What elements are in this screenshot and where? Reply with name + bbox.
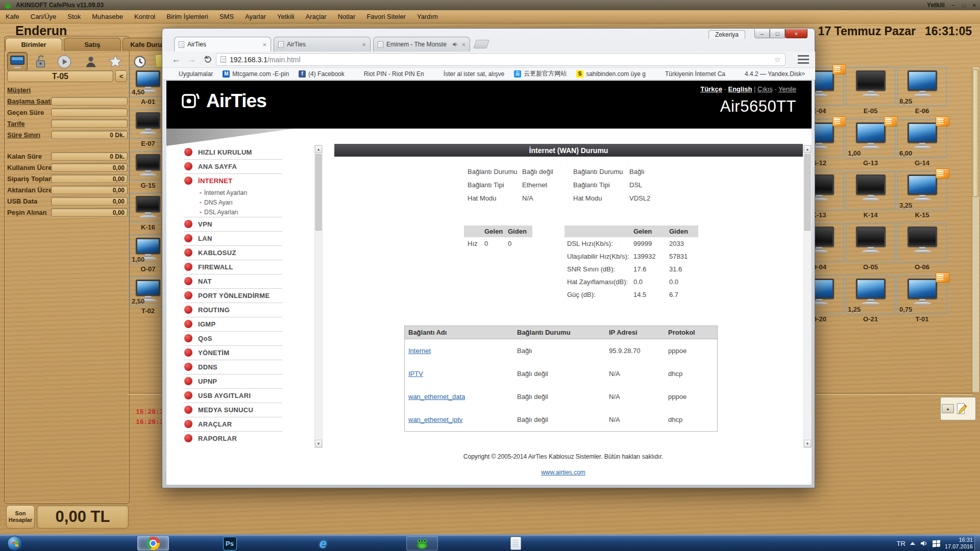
field-label[interactable]: Müşteri: [7, 86, 31, 94]
taskbar-document-button[interactable]: [500, 536, 531, 550]
unit-cell-box[interactable]: 1,00: [130, 235, 166, 264]
nav-item[interactable]: İNTERNET: [170, 173, 313, 188]
field-value[interactable]: [51, 108, 128, 117]
unit-cell-box[interactable]: 8,25: [897, 67, 947, 106]
unit-cell-box[interactable]: 4,50: [130, 67, 166, 97]
connection-name-link[interactable]: wan_ethernet_data: [408, 393, 465, 400]
address-bar[interactable]: 192.168.3.1/main.html ☆: [216, 53, 786, 66]
field-label[interactable]: Tarife: [7, 120, 24, 128]
favorites-button[interactable]: [105, 52, 126, 71]
app-close-button[interactable]: ×: [973, 2, 976, 8]
lang-turkish-link[interactable]: Türkçe: [700, 85, 722, 93]
refresh-link[interactable]: Yenile: [778, 85, 796, 93]
back-button[interactable]: ←: [169, 53, 183, 66]
browser-menu-icon[interactable]: [798, 55, 809, 64]
grid-scrollbar-thumb[interactable]: [973, 69, 978, 197]
keyboard-language[interactable]: TR: [897, 540, 905, 547]
taskbar-cafeplus-button[interactable]: [406, 536, 438, 550]
airties-website-link[interactable]: www.airties.com: [541, 469, 585, 476]
window-restore-button[interactable]: □: [770, 29, 785, 38]
nav-item[interactable]: KABLOSUZ: [170, 245, 313, 260]
nav-item[interactable]: ROUTING: [170, 303, 313, 317]
nav-item[interactable]: HIZLI KURULUM: [170, 145, 313, 159]
tray-clock[interactable]: 16:31 17.07.2016: [945, 537, 973, 550]
field-label[interactable]: USB Data: [7, 197, 37, 205]
start-button[interactable]: [7, 536, 22, 551]
unit-cell[interactable]: O-06: [896, 223, 948, 276]
field-value[interactable]: 0,00: [51, 186, 128, 194]
unit-cell-box[interactable]: 3,25: [897, 171, 947, 210]
menu-item[interactable]: Yetkili: [272, 13, 300, 20]
bookmark-item[interactable]: Riot PIN - Riot PIN En: [354, 70, 424, 78]
scroll-down-arrow[interactable]: ▼: [315, 440, 322, 447]
app-minimize-button[interactable]: –: [952, 2, 955, 8]
nav-item[interactable]: - DSL Ayarları: [170, 207, 313, 217]
window-close-button[interactable]: ×: [785, 29, 807, 38]
forward-button[interactable]: →: [184, 53, 199, 66]
last-accounts-button[interactable]: Son Hesaplar: [6, 505, 35, 529]
unit-cell-box[interactable]: 2,50: [130, 277, 166, 306]
grid-scrollbar[interactable]: [972, 67, 979, 392]
field-value[interactable]: [51, 97, 128, 106]
unlock-button[interactable]: [31, 52, 51, 71]
browser-tab[interactable]: Eminem - The Monste ×: [373, 37, 470, 52]
field-label[interactable]: Başlama Saati: [7, 97, 52, 105]
units-view-button[interactable]: [7, 52, 28, 71]
menu-item[interactable]: Kafe: [0, 13, 25, 20]
menu-item[interactable]: Yardım: [411, 13, 444, 20]
nav-item[interactable]: LAN: [170, 231, 313, 245]
menu-item[interactable]: Stok: [62, 13, 86, 20]
scrollbar-thumb[interactable]: [804, 154, 811, 231]
field-value[interactable]: 0,00: [51, 174, 128, 183]
nav-item[interactable]: FIREWALL: [170, 260, 313, 274]
bookmark-item[interactable]: M Mtcgame.com -E-pin: [223, 70, 289, 78]
menu-item[interactable]: SMS: [214, 13, 239, 20]
bookmark-item[interactable]: S sahibinden.com üye g: [576, 70, 646, 78]
scroll-up-arrow[interactable]: ▲: [315, 145, 322, 153]
cafeplus-tab[interactable]: Birimler: [5, 38, 62, 51]
field-value[interactable]: 0 Dk.: [51, 131, 128, 139]
connection-name-link[interactable]: wan_ethernet_iptv: [408, 416, 462, 423]
bookmarks-overflow-chevron[interactable]: »: [801, 69, 805, 77]
field-value[interactable]: 0 Dk.: [51, 152, 128, 161]
menu-item[interactable]: Ayarlar: [239, 13, 272, 20]
menu-item[interactable]: Kontrol: [129, 13, 161, 20]
bookmark-star-icon[interactable]: ☆: [774, 55, 781, 64]
logout-link[interactable]: Çıkış: [757, 85, 773, 93]
lang-english-link[interactable]: English: [728, 85, 752, 93]
nav-item[interactable]: QoS: [170, 331, 313, 345]
nav-item[interactable]: VPN: [170, 217, 313, 231]
field-label[interactable]: Kullanım Ücreti: [7, 164, 56, 171]
taskbar-photoshop-button[interactable]: Ps: [214, 536, 246, 550]
nav-item[interactable]: YÖNETİM: [170, 345, 313, 360]
unit-cell-box[interactable]: 1,00: [846, 119, 895, 158]
scroll-up-arrow[interactable]: ▲: [804, 145, 811, 153]
start-session-button[interactable]: [54, 52, 75, 71]
unit-cell-box[interactable]: [846, 171, 895, 210]
bookmark-item[interactable]: İster al ister sat, alışve: [434, 70, 504, 78]
new-tab-button[interactable]: [473, 40, 489, 48]
action-center-flag-icon[interactable]: [933, 540, 940, 547]
unit-cell-box[interactable]: [130, 109, 166, 139]
unit-cell-box[interactable]: 6,00: [897, 119, 947, 158]
unit-cell[interactable]: K-14: [845, 171, 896, 223]
scroll-up-button[interactable]: ▲: [942, 404, 954, 413]
unit-cell-box[interactable]: [846, 223, 895, 262]
nav-item[interactable]: MEDYA SUNUCU: [170, 403, 313, 417]
browser-tab[interactable]: AirTies ×: [274, 37, 371, 52]
unit-cell-box[interactable]: [130, 151, 166, 181]
field-label[interactable]: Aktarılan Ücret: [7, 186, 54, 194]
menu-frame-scrollbar[interactable]: ▲ ▼: [314, 145, 323, 448]
field-value[interactable]: 0,00: [51, 197, 128, 206]
tab-close-icon[interactable]: ×: [262, 41, 266, 48]
nav-item[interactable]: IGMP: [170, 317, 313, 331]
unit-cell[interactable]: 3,25 K-15: [896, 171, 948, 223]
reload-button[interactable]: [201, 53, 215, 66]
menu-item[interactable]: Notlar: [332, 13, 361, 20]
bookmark-item[interactable]: f (4) Facebook: [299, 70, 345, 78]
unit-cell[interactable]: 1,00 G-13: [845, 119, 896, 171]
browser-profile-button[interactable]: Zekeriya: [708, 30, 745, 39]
unit-cell[interactable]: O-05: [845, 223, 896, 276]
menu-item[interactable]: Araçlar: [300, 13, 332, 20]
app-restore-button[interactable]: □: [962, 2, 966, 8]
